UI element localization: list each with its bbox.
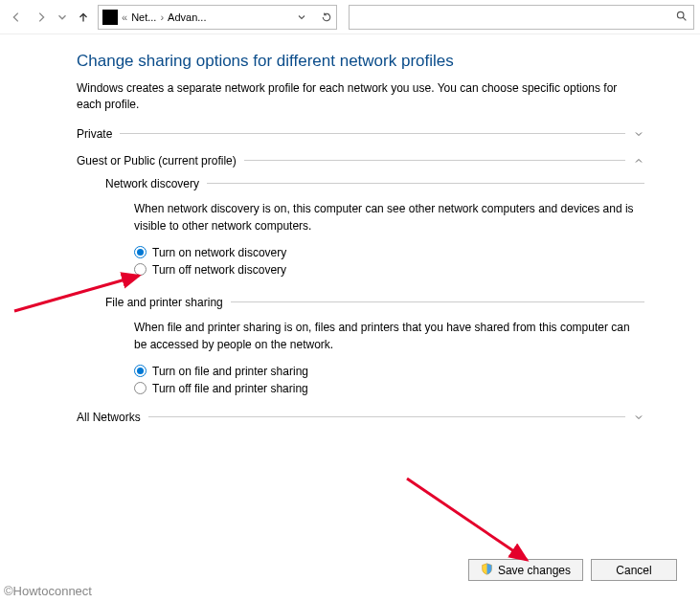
divider	[207, 183, 644, 184]
chevron-down-icon	[633, 128, 644, 140]
radio-discovery-off[interactable]: Turn off network discovery	[105, 261, 644, 279]
radio-label: Turn off file and printer sharing	[152, 382, 308, 395]
refresh-button[interactable]	[321, 11, 332, 23]
radio-discovery-on[interactable]: Turn on network discovery	[105, 244, 644, 261]
divider	[148, 416, 625, 417]
recent-dropdown[interactable]	[56, 7, 69, 28]
button-label: Cancel	[616, 564, 651, 577]
radio-label: Turn off network discovery	[152, 263, 286, 277]
radio-icon	[134, 263, 147, 276]
svg-point-0	[677, 11, 684, 18]
chevron-up-icon	[633, 155, 644, 167]
divider	[244, 160, 625, 161]
chevron-right-icon: ›	[160, 11, 164, 23]
location-icon	[102, 10, 118, 25]
divider	[120, 133, 625, 134]
radio-fileprint-on[interactable]: Turn on file and printer sharing	[105, 363, 644, 380]
page-title: Change sharing options for different net…	[77, 52, 644, 71]
svg-line-2	[407, 479, 527, 560]
button-label: Save changes	[498, 564, 571, 577]
footer-buttons: Save changes Cancel	[468, 559, 677, 581]
section-label: Guest or Public (current profile)	[77, 154, 237, 167]
group-network-discovery: Network discovery	[105, 177, 644, 190]
radio-icon	[134, 365, 147, 377]
chevron-down-icon	[633, 412, 644, 423]
save-changes-button[interactable]: Save changes	[468, 559, 583, 581]
navigation-bar: « Net... › Advan...	[0, 0, 700, 34]
section-private: Private	[77, 127, 644, 141]
watermark: ©Howtoconnect	[4, 584, 92, 598]
radio-icon	[134, 382, 147, 394]
breadcrumb-1[interactable]: Net...	[131, 11, 156, 23]
section-all-networks: All Networks	[77, 411, 644, 424]
section-header-private[interactable]: Private	[77, 127, 644, 141]
page-subtitle: Windows creates a separate network profi…	[77, 80, 644, 114]
shield-icon	[481, 563, 493, 578]
group-desc-network-discovery: When network discovery is on, this compu…	[105, 196, 644, 244]
search-input[interactable]	[355, 11, 675, 24]
radio-label: Turn on network discovery	[152, 246, 286, 259]
group-label: File and printer sharing	[105, 296, 223, 309]
group-desc-file-printer-sharing: When file and printer sharing is on, fil…	[105, 315, 644, 363]
divider	[231, 301, 644, 302]
section-header-guest-public[interactable]: Guest or Public (current profile)	[77, 154, 644, 167]
up-button[interactable]	[73, 7, 94, 28]
address-bar[interactable]: « Net... › Advan...	[98, 5, 337, 30]
section-guest-public: Guest or Public (current profile) Networ…	[77, 154, 644, 397]
radio-label: Turn on file and printer sharing	[152, 365, 308, 378]
group-file-printer-sharing: File and printer sharing	[105, 296, 644, 309]
cancel-button[interactable]: Cancel	[591, 559, 677, 581]
back-button[interactable]	[6, 7, 27, 28]
search-icon[interactable]	[675, 10, 688, 25]
section-label: Private	[77, 127, 112, 141]
section-label: All Networks	[77, 411, 141, 424]
radio-icon	[134, 246, 147, 258]
breadcrumb-sep-icon: «	[122, 11, 127, 23]
group-label: Network discovery	[105, 177, 199, 190]
breadcrumb-2[interactable]: Advan...	[168, 11, 206, 23]
section-header-all-networks[interactable]: All Networks	[77, 411, 644, 424]
forward-button[interactable]	[31, 7, 52, 28]
search-box[interactable]	[349, 5, 694, 30]
radio-fileprint-off[interactable]: Turn off file and printer sharing	[105, 380, 644, 397]
section-body-guest-public: Network discovery When network discovery…	[77, 167, 644, 397]
content-pane: Change sharing options for different net…	[0, 34, 700, 447]
address-dropdown-icon[interactable]	[296, 11, 307, 23]
